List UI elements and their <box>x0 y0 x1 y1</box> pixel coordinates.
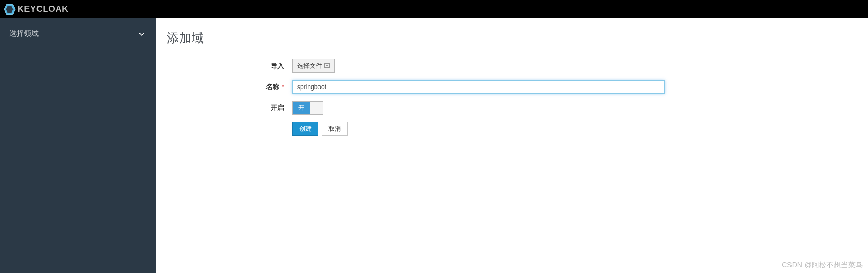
action-buttons: 创建 取消 <box>292 122 858 136</box>
realm-selector[interactable]: 选择领域 <box>0 18 156 49</box>
page-title: 添加域 <box>167 30 858 46</box>
enable-toggle[interactable]: 开 <box>292 101 323 115</box>
import-label: 导入 <box>167 61 292 71</box>
name-label: 名称 * <box>167 82 292 92</box>
name-row: 名称 * <box>167 80 858 94</box>
required-indicator: * <box>282 83 284 91</box>
import-row: 导入 选择文件 <box>167 59 858 73</box>
create-button[interactable]: 创建 <box>292 122 318 136</box>
brand-logo[interactable]: KEYCLOAK <box>4 4 69 15</box>
file-button-text: 选择文件 <box>297 61 322 70</box>
import-icon <box>324 63 330 70</box>
name-input[interactable] <box>292 80 665 94</box>
chevron-down-icon <box>139 31 144 37</box>
enable-label: 开启 <box>167 103 292 113</box>
toggle-handle <box>310 102 323 114</box>
realm-selector-label: 选择领域 <box>9 29 39 39</box>
select-file-button[interactable]: 选择文件 <box>292 59 335 73</box>
app-header: KEYCLOAK <box>0 0 868 18</box>
brand-text: KEYCLOAK <box>18 5 69 14</box>
main-content: 添加域 导入 选择文件 名称 * <box>156 18 868 273</box>
enable-row: 开启 开 <box>167 101 858 115</box>
cancel-button[interactable]: 取消 <box>322 122 348 136</box>
name-label-text: 名称 <box>266 83 279 91</box>
toggle-on-label: 开 <box>293 102 310 114</box>
keycloak-icon <box>4 4 16 15</box>
sidebar: 选择领域 <box>0 18 156 273</box>
